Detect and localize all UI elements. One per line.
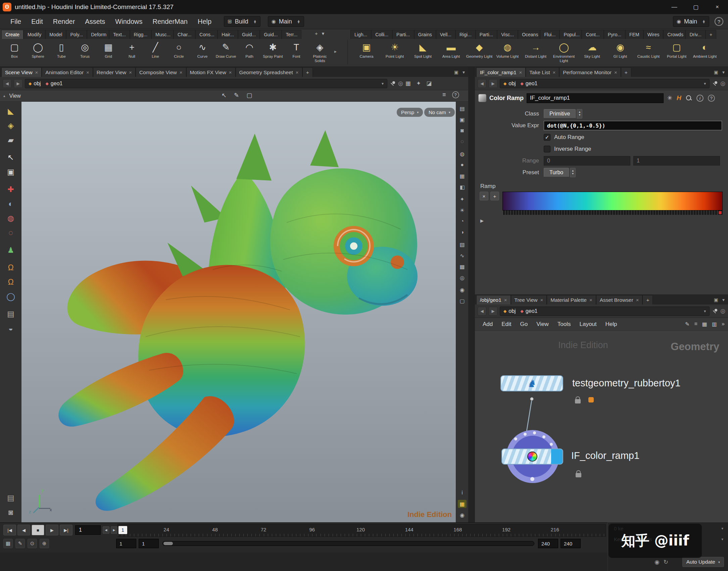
shelf-tool-geometry-light[interactable]: ◆Geometry Light — [465, 40, 493, 64]
close-tab-icon[interactable]: × — [519, 69, 522, 75]
shelf-tab-rigg-6[interactable]: Rigg... — [130, 30, 151, 39]
orient-ring-icon[interactable]: ◯ — [4, 290, 17, 302]
go-start-button[interactable]: |◀ — [3, 525, 16, 535]
panel-toggle-icon[interactable]: ◪ — [426, 80, 432, 87]
lock-icon[interactable] — [576, 473, 581, 477]
tab-obj-geo1[interactable]: /obj/geo1× — [476, 295, 511, 304]
network-path-field[interactable]: ◆obj◆geo1▾ — [500, 306, 710, 316]
shelf-tab-wires-14[interactable]: Wires — [643, 30, 664, 39]
shelf-tab-char-8[interactable]: Char... — [174, 30, 195, 39]
path-node-geo1[interactable]: ◆geo1 — [46, 81, 63, 87]
shelf-tab-model-2[interactable]: Model — [45, 30, 66, 39]
shelf-tool-spot-light[interactable]: ◣Spot Light — [409, 40, 437, 64]
shelf-tab-driv-16[interactable]: Driv... — [685, 30, 706, 39]
flipbook-icon[interactable]: ▣ — [458, 115, 467, 124]
material-preview-icon[interactable]: ▧ — [458, 240, 467, 248]
net-menu-edit[interactable]: Edit — [497, 321, 516, 328]
param-help-icon[interactable]: ? — [708, 95, 715, 102]
close-tab-icon[interactable]: × — [636, 297, 639, 303]
frame-range-slider[interactable] — [162, 541, 534, 546]
gear-icon[interactable]: ✳ — [667, 94, 672, 102]
ramp-ticks[interactable] — [502, 210, 723, 215]
pane-maximize-icon[interactable]: ▣ — [454, 69, 458, 75]
shelf-tab-guid-12[interactable]: Guid... — [260, 30, 282, 39]
shelf-tool-caustic-light[interactable]: ≈Caustic Light — [634, 40, 663, 64]
path-node-geo1[interactable]: ◆geo1 — [521, 308, 538, 314]
snapshot-icon[interactable]: ▦ — [405, 80, 411, 87]
background-image-icon[interactable]: ▩ — [458, 263, 467, 271]
play-button[interactable]: ▶ — [46, 525, 58, 535]
stop-button[interactable]: ■ — [32, 525, 44, 535]
shelf-tab-terr-13[interactable]: Terr... — [282, 30, 301, 39]
ring-input-dot[interactable] — [550, 443, 553, 446]
params-path-field[interactable]: ◆obj◆geo1▾ — [500, 79, 710, 88]
shelf-tool-box[interactable]: ▢Box — [3, 40, 26, 64]
pin-icon[interactable] — [712, 81, 718, 87]
display-sets-icon[interactable]: ▤ — [4, 492, 17, 504]
net-menu-go[interactable]: Go — [516, 321, 532, 328]
shelf-tab-crowds-15[interactable]: Crowds — [663, 30, 685, 39]
shelf-tool-portal-light[interactable]: ▢Portal Light — [663, 40, 691, 64]
shadow-toggle-icon[interactable]: ◑ — [458, 228, 467, 236]
ring-input-dot[interactable] — [514, 437, 517, 440]
shelf-tool-gi-light[interactable]: ◉GI Light — [606, 40, 634, 64]
pin-icon[interactable] — [712, 308, 718, 314]
tab-render-view[interactable]: Render View× — [93, 67, 136, 77]
class-dropdown[interactable]: Primitive — [544, 109, 576, 118]
perspective-view-button[interactable]: Persp ▾ — [397, 108, 423, 117]
close-tab-icon[interactable]: × — [614, 69, 617, 75]
shelf-tool-platonic-solids[interactable]: ◈Platonic Solids — [308, 40, 332, 64]
range-end-field2[interactable]: 240 — [561, 539, 581, 548]
animation-options-icon[interactable]: ▦ — [3, 539, 13, 548]
range-start-field2[interactable]: 1 — [139, 539, 159, 548]
select-tool-icon[interactable]: ↖ — [4, 151, 17, 163]
network-tools-icon[interactable]: ✎ — [685, 321, 689, 327]
shelf-tab-text-5[interactable]: Text... — [109, 30, 130, 39]
desktop-selector[interactable]: ⊞ Build ▲▼ — [224, 16, 260, 27]
scene-viewport[interactable]: Persp ▾ No cam ▾ y x z Indie Edition — [21, 102, 456, 522]
menu-help[interactable]: Help — [193, 14, 216, 29]
grid-overlay-icon[interactable]: ▦ — [458, 500, 467, 508]
shelf-tab-modify-1[interactable]: Modify — [23, 30, 45, 39]
pane-menu-icon[interactable]: ▾ — [722, 297, 725, 302]
shelf-tab-musc-7[interactable]: Musc... — [151, 30, 174, 39]
ramp-selected-key-marker[interactable] — [718, 211, 722, 215]
shelf-tab-fem-13[interactable]: FEM — [625, 30, 643, 39]
menu-assets[interactable]: Assets — [80, 14, 110, 29]
snap-magnet-icon[interactable]: Ω — [4, 261, 17, 274]
tab-scene-view[interactable]: Scene View× — [1, 67, 42, 77]
render-view-icon[interactable]: ✦ — [416, 80, 421, 87]
tab-tree-view[interactable]: Tree View× — [511, 295, 547, 304]
range-slider-handle[interactable] — [163, 542, 173, 545]
shelf-tab-rigi-5[interactable]: Rigi... — [455, 30, 476, 39]
close-icon[interactable]: × — [707, 0, 728, 14]
close-tab-icon[interactable]: × — [229, 69, 232, 75]
shelf-tool-sky-light[interactable]: ☁Sky Light — [578, 40, 606, 64]
tab-performance-monitor[interactable]: Performance Monitor× — [559, 67, 621, 77]
group-list-icon[interactable]: ▤ — [4, 308, 17, 320]
shelf-tab-vell-4[interactable]: Vell... — [436, 30, 455, 39]
shelf-tool-point-light[interactable]: ☀Point Light — [381, 40, 409, 64]
preset-dropdown[interactable]: Turbo — [544, 168, 569, 177]
link-target-icon[interactable]: ◎ — [720, 80, 725, 87]
no-cam-button[interactable]: No cam ▾ — [424, 108, 455, 117]
viewport-select-icon[interactable]: ↖ — [222, 92, 227, 99]
shelf-tab-create-0[interactable]: Create — [1, 30, 23, 39]
shelf-tool-torus[interactable]: ◎Torus — [73, 40, 97, 64]
auto-range-checkbox[interactable]: ✓ — [544, 134, 550, 141]
shelf-tab-deform-4[interactable]: Deform — [87, 30, 109, 39]
tab-if-color-ramp1[interactable]: IF_color_ramp1× — [476, 67, 526, 77]
ramp-add-point-button[interactable]: + — [490, 192, 499, 200]
shelf-tab-popul-10[interactable]: Popul... — [560, 30, 582, 39]
close-tab-icon[interactable]: × — [540, 297, 543, 303]
close-tab-icon[interactable]: × — [129, 69, 132, 75]
shelf-tool-camera[interactable]: ▣Camera — [352, 40, 381, 64]
go-end-button[interactable]: ▶| — [60, 525, 72, 535]
tab-material-palette[interactable]: Material Palette× — [547, 295, 596, 304]
viewport-box-select-icon[interactable]: ▢ — [246, 92, 252, 99]
net-menu-view[interactable]: View — [532, 321, 553, 328]
close-tab-icon[interactable]: × — [35, 69, 38, 75]
close-tab-icon[interactable]: × — [296, 69, 299, 75]
scoped-channels-icon[interactable]: ✎ — [15, 539, 25, 548]
path-dropdown-icon[interactable]: ▾ — [704, 81, 706, 86]
